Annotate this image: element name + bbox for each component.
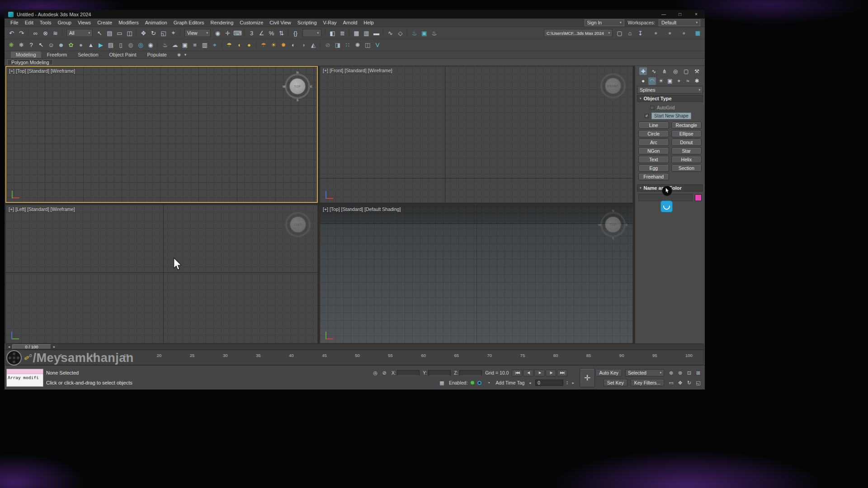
vray-icon[interactable]: V (373, 40, 382, 50)
helix-button[interactable]: Helix (671, 156, 702, 163)
viewcube[interactable]: FRONT (599, 72, 627, 100)
systems-category-icon[interactable]: ✱ (693, 77, 701, 85)
tab-object-paint[interactable]: Object Paint (104, 52, 142, 58)
go-start-button[interactable]: |◀◀ (512, 370, 522, 376)
set-keys-big-button[interactable]: ✛ (580, 368, 595, 387)
arc-button[interactable]: Arc (638, 139, 669, 146)
select-and-link-icon[interactable]: ∞ (31, 28, 40, 38)
crowd-icon[interactable]: ☺ (47, 40, 56, 50)
bars-icon[interactable]: ▥ (200, 40, 209, 50)
menu-customize[interactable]: Customize (236, 19, 266, 26)
frame-spinner[interactable]: ▴▾ (566, 380, 568, 385)
shaded-sphere-icon[interactable]: ◑ (299, 40, 308, 50)
cloud-icon[interactable]: ☁ (170, 40, 179, 50)
isolate-selection-icon[interactable]: ◎ (372, 369, 379, 376)
idle-people-icon[interactable]: ☻ (57, 40, 66, 50)
checker-sphere-icon[interactable]: ◐ (289, 40, 298, 50)
select-and-scale-icon[interactable]: ◱ (159, 28, 168, 38)
snaps-toggle-icon[interactable]: 3 (247, 28, 256, 38)
flower-icon[interactable]: ✿ (66, 40, 75, 50)
edit-named-sets-icon[interactable]: {} (291, 28, 300, 38)
film-reel-icon[interactable]: ✺ (353, 40, 362, 50)
viewport-front[interactable]: [+] [Front] [Standard] [Wireframe] FRONT (320, 66, 633, 203)
menu-animation[interactable]: Animation (142, 19, 170, 26)
auto-key-button[interactable]: Auto Key (595, 369, 622, 376)
snowflake-icon[interactable]: ❄ (17, 40, 26, 50)
modify-tab-icon[interactable]: ∿ (650, 67, 658, 75)
mirror-icon[interactable]: ◧ (328, 28, 337, 38)
viewcube-face[interactable]: TOP (289, 78, 306, 94)
stack-icon[interactable]: ≡ (190, 40, 199, 50)
menu-graph-editors[interactable]: Graph Editors (170, 19, 208, 26)
page-icon[interactable]: ▯ (116, 40, 125, 50)
lights-category-icon[interactable]: ☀ (657, 77, 665, 85)
ellipse-button[interactable]: Ellipse (671, 130, 702, 137)
import-icon[interactable]: ↧ (636, 28, 645, 38)
maxscript-mini-listener[interactable]: Array modifi (6, 369, 43, 387)
viewport-label[interactable]: [+] [Left] [Standard] [Wireframe] (9, 206, 75, 212)
burst-icon[interactable]: ✸ (279, 40, 288, 50)
viewcube-face[interactable]: FRONT (605, 78, 621, 94)
viewport-label[interactable]: [+] [Front] [Standard] [Wireframe] (323, 68, 392, 73)
viewcube[interactable]: N S W E TOP (599, 211, 627, 239)
select-and-rotate-icon[interactable]: ↻ (149, 28, 158, 38)
time-slider[interactable]: ◂ 0 / 100 ▸ (5, 343, 704, 350)
display-tab-icon[interactable]: ▢ (682, 67, 690, 75)
layer-explorer-icon[interactable]: ▦ (352, 28, 361, 38)
x-coordinate-field[interactable] (397, 370, 420, 376)
sun-icon[interactable]: ☀ (269, 40, 278, 50)
menu-file[interactable]: File (7, 19, 22, 26)
next-frame-button[interactable]: |▶ (546, 370, 556, 376)
text-button[interactable]: Text (638, 156, 669, 163)
rect-selection-region-icon[interactable]: ▭ (115, 28, 124, 38)
viewcube-face[interactable]: LEFT (290, 216, 306, 233)
hemisphere-icon[interactable]: ◭ (309, 40, 318, 50)
freehand-button[interactable]: Freehand (638, 173, 669, 180)
viewport-top[interactable]: [+] [Top] [Standard] [Wireframe] N S W E… (5, 66, 318, 203)
track-bar-toggle-icon[interactable]: ▦ (438, 379, 446, 386)
undo-icon[interactable]: ↶ (7, 28, 16, 38)
polygon-modeling-panel[interactable]: Polygon Modeling (7, 59, 53, 65)
tab-selection[interactable]: Selection (73, 52, 103, 58)
workspace-select[interactable]: Default ▾ (659, 19, 700, 26)
add-time-tag[interactable]: Add Time Tag (495, 380, 524, 385)
z-coordinate-field[interactable] (459, 370, 482, 376)
tab-populate[interactable]: Populate (142, 52, 171, 58)
geometry-category-icon[interactable]: ● (639, 77, 647, 85)
ribbon-caret-icon[interactable]: ▾ (183, 52, 189, 57)
create-tab-icon[interactable]: ✚ (639, 67, 647, 75)
play-button[interactable]: ▶ (534, 370, 545, 376)
zoom-all-icon[interactable]: ⊛ (676, 369, 684, 376)
viewport-label[interactable]: [+] [Top] [Standard] [Wireframe] (9, 68, 75, 74)
curve-editor-icon[interactable]: ∿ (386, 28, 395, 38)
donut-button[interactable]: Donut (671, 139, 702, 146)
keyboard-override-icon[interactable]: ⌨ (233, 28, 242, 38)
previous-frame-arrow[interactable]: ◂ (7, 345, 11, 349)
render-setup-icon[interactable]: ♨ (410, 28, 419, 38)
cone-icon[interactable]: ▲ (86, 40, 95, 50)
minimize-button[interactable]: — (660, 12, 667, 17)
angle-snap-icon[interactable]: ∠ (257, 28, 266, 38)
next-frame-arrow[interactable]: ▸ (52, 345, 57, 349)
rendered-frame-icon[interactable]: ▣ (420, 28, 429, 38)
scene-explorer-icon[interactable]: ▥ (362, 28, 371, 38)
line-button[interactable]: Line (638, 122, 669, 129)
pan-icon[interactable]: ✥ (676, 379, 684, 386)
rectangle-button[interactable]: Rectangle (671, 122, 702, 129)
helpers-category-icon[interactable]: ⌖ (675, 77, 683, 85)
ribbon-toggle-icon[interactable]: ▬ (372, 28, 381, 38)
menu-civil-view[interactable]: Civil View (266, 19, 294, 26)
set-key-button[interactable]: Set Key (604, 379, 627, 386)
maximize-button[interactable]: □ (677, 12, 683, 17)
ribbon-record-icon[interactable]: ◉ (175, 52, 183, 57)
menu-scripting[interactable]: Scripting (294, 19, 320, 26)
orbit-icon[interactable]: ↻ (685, 379, 693, 386)
time-slider-grip[interactable]: 0 / 100 (12, 344, 51, 349)
frame-forward-arrow[interactable]: ▸ (571, 381, 576, 385)
viewcube[interactable]: N S W E TOP (283, 72, 311, 100)
zoom-extents-icon[interactable]: ⊡ (685, 369, 693, 376)
object-type-rollout-header[interactable]: ▾ Object Type (637, 95, 703, 102)
spline-type-select[interactable]: Splines ▾ (637, 86, 703, 94)
menu-rendering[interactable]: Rendering (208, 19, 237, 26)
camera-body-icon[interactable]: ▣ (180, 40, 189, 50)
